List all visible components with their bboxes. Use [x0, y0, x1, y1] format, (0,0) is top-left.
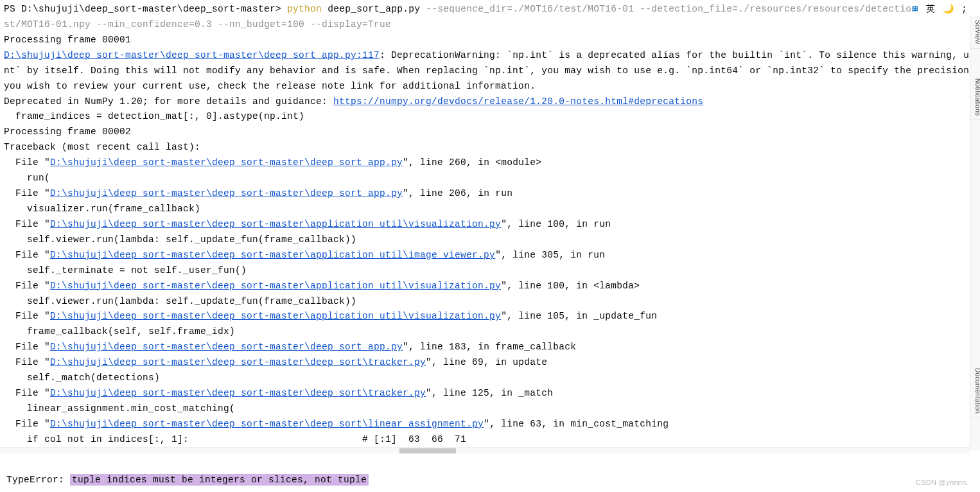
cmd-args-2: st/MOT16-01.npy --min_confidence=0.3 --n… — [4, 17, 966, 33]
traceback-code-line: run( — [4, 171, 966, 186]
traceback-file-line: File "D:\shujuji\deep_sort-master\deep_s… — [4, 217, 966, 233]
lang-indicator[interactable]: 英 — [926, 2, 935, 17]
traceback-file-line: File "D:\shujuji\deep_sort-master\deep_s… — [4, 417, 966, 432]
traceback-file-line: File "D:\shujuji\deep_sort-master\deep_s… — [4, 186, 966, 202]
traceback-code-line: frame_callback(self, self.frame_idx) — [4, 324, 966, 340]
deprecated-numpy-line: Deprecated in NumPy 1.20; for more detai… — [4, 94, 966, 110]
traceback-path-link[interactable]: D:\shujuji\deep_sort-master\deep_sort-ma… — [50, 388, 426, 398]
traceback-path-link[interactable]: D:\shujuji\deep_sort-master\deep_sort-ma… — [50, 219, 501, 229]
ps-prompt: PS D:\shujuji\deep_sort-master\deep_sort… — [4, 4, 281, 14]
error-message-highlight: tuple indices must be integers or slices… — [70, 474, 369, 486]
traceback-code-line: visualizer.run(frame_callback) — [4, 202, 966, 217]
traceback-path-link[interactable]: D:\shujuji\deep_sort-master\deep_sort-ma… — [50, 342, 403, 352]
traceback-file-line: File "D:\shujuji\deep_sort-master\deep_s… — [4, 279, 966, 294]
traceback-file-line: File "D:\shujuji\deep_sort-master\deep_s… — [4, 155, 966, 171]
prompt-line: PS D:\shujuji\deep_sort-master\deep_sort… — [4, 2, 966, 17]
traceback-file-line: File "D:\shujuji\deep_sort-master\deep_s… — [4, 386, 966, 401]
traceback-path-link[interactable]: D:\shujuji\deep_sort-master\deep_sort-ma… — [50, 250, 495, 260]
traceback-list: File "D:\shujuji\deep_sort-master\deep_s… — [4, 155, 966, 448]
traceback-code-line: self.viewer.run(lambda: self._update_fun… — [4, 294, 966, 310]
error-type-label: TypeError: — [6, 475, 70, 485]
traceback-header: Traceback (most recent call last): — [4, 140, 966, 155]
watermark: CSDN @ynnnn. — [916, 477, 968, 488]
sidebar-documentation[interactable]: Documentation — [970, 364, 980, 418]
processing-frame-2: Processing frame 00002 — [4, 125, 966, 140]
traceback-code-line: self._match(detections) — [4, 371, 966, 386]
traceback-code-line: self.viewer.run(lambda: self._update_fun… — [4, 233, 966, 248]
cmd-args-1: --sequence_dir=./MOT16/test/MOT16-01 --d… — [426, 4, 917, 14]
traceback-file-line: File "D:\shujuji\deep_sort-master\deep_s… — [4, 355, 966, 371]
python-keyword: python — [287, 4, 322, 14]
script-name: deep_sort_app.py — [328, 4, 420, 14]
traceback-path-link[interactable]: D:\shujuji\deep_sort-master\deep_sort-ma… — [50, 419, 484, 429]
semicolon-icon: ; — [961, 2, 967, 17]
traceback-file-line: File "D:\shujuji\deep_sort-master\deep_s… — [4, 340, 966, 355]
warning-source-link[interactable]: D:\shujuji\deep_sort-master\deep_sort-ma… — [4, 50, 380, 60]
frame-indices-code: frame_indices = detection_mat[:, 0].asty… — [4, 109, 966, 125]
deprecation-warning-line2: nt` by itself. Doing this will not modif… — [4, 64, 966, 79]
traceback-file-line: File "D:\shujuji\deep_sort-master\deep_s… — [4, 309, 966, 324]
ms-logo-icon: ⊞ — [913, 2, 918, 17]
traceback-path-link[interactable]: D:\shujuji\deep_sort-master\deep_sort-ma… — [50, 357, 426, 367]
window-toolbar: ⊞ 英 🌙 ; — [913, 2, 967, 17]
terminal-output[interactable]: PS D:\shujuji\deep_sort-master\deep_sort… — [0, 0, 970, 450]
traceback-code-line: linear_assignment.min_cost_matching( — [4, 401, 966, 417]
sidebar-notifications[interactable]: Notifications — [970, 75, 980, 120]
error-line: TypeError: tuple indices must be integer… — [6, 473, 369, 488]
processing-frame-1: Processing frame 00001 — [4, 33, 966, 48]
horizontal-scrollbar[interactable] — [0, 447, 970, 453]
traceback-code-line: if col not in indices[:, 1]: # [:1] 63 6… — [4, 432, 966, 448]
traceback-path-link[interactable]: D:\shujuji\deep_sort-master\deep_sort-ma… — [50, 157, 403, 168]
right-sidebar: SciView Notifications Documentation — [970, 16, 980, 450]
traceback-path-link[interactable]: D:\shujuji\deep_sort-master\deep_sort-ma… — [50, 311, 501, 321]
sidebar-sciview[interactable]: SciView — [970, 16, 980, 49]
deprecation-warning-line1: D:\shujuji\deep_sort-master\deep_sort-ma… — [4, 48, 966, 64]
traceback-path-link[interactable]: D:\shujuji\deep_sort-master\deep_sort-ma… — [50, 281, 501, 291]
traceback-path-link[interactable]: D:\shujuji\deep_sort-master\deep_sort-ma… — [50, 188, 403, 198]
moon-icon[interactable]: 🌙 — [943, 2, 954, 17]
deprecation-warning-line3: you wish to review your current use, che… — [4, 79, 966, 94]
traceback-code-line: self._terminate = not self._user_fun() — [4, 263, 966, 279]
numpy-release-link[interactable]: https://numpy.org/devdocs/release/1.20.0… — [333, 96, 703, 107]
scrollbar-thumb[interactable] — [399, 448, 456, 453]
traceback-file-line: File "D:\shujuji\deep_sort-master\deep_s… — [4, 248, 966, 263]
